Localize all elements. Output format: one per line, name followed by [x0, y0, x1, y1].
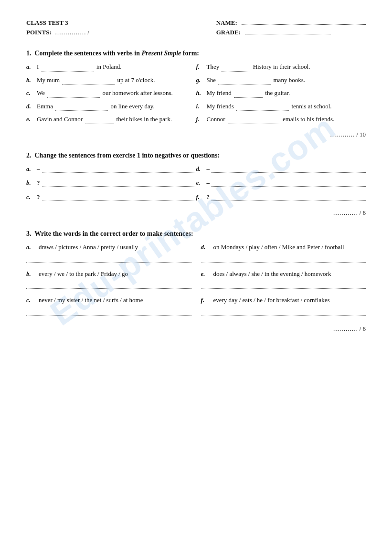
answer-field[interactable] [42, 71, 94, 72]
answer-field[interactable] [218, 84, 271, 84]
name-field[interactable] [242, 24, 366, 25]
list-item: h. My friend the guitar. [196, 88, 366, 98]
ex1-grid: a. I in Poland. b. My mum up at 7 o'cloc… [26, 62, 366, 128]
item-label: f. [196, 192, 207, 202]
list-item: a. draws / pictures / Anna / pretty / us… [26, 242, 191, 263]
answer-field[interactable] [47, 97, 100, 98]
item-label: b. [26, 269, 37, 279]
ex1-col-right: f. They History in their school. g. She … [196, 62, 366, 128]
prefix: ? [207, 192, 210, 202]
item-content: They History in their school. [207, 62, 366, 72]
class-test-label: CLASS TEST 3 [26, 19, 89, 27]
list-item: e. does / always / she / in the evening … [201, 269, 366, 289]
answer-field[interactable] [55, 110, 108, 111]
answer-field[interactable] [201, 280, 366, 289]
list-item: c. ? [26, 192, 196, 202]
item-label: c. [26, 192, 37, 202]
list-item: f. ? [196, 192, 366, 202]
answer-field[interactable] [42, 164, 196, 173]
list-item: f. They History in their school. [196, 62, 366, 72]
answer-field[interactable] [228, 124, 280, 124]
answer-field[interactable] [26, 280, 191, 289]
item-label: b. [26, 178, 37, 188]
ex1-title-end: form: [181, 50, 199, 57]
item-content: I in Poland. [37, 62, 196, 72]
answer-field[interactable] [26, 307, 191, 316]
ex1-title-num: 1. [26, 50, 33, 57]
answer-field[interactable] [212, 164, 366, 173]
prefix: – [207, 164, 210, 174]
ex3-title-num: 3. [26, 230, 33, 237]
exercise-3: 3. Write the words in the correct order … [26, 230, 366, 333]
answer-field[interactable] [62, 84, 115, 84]
prefix: – [37, 164, 40, 174]
exercise-1: 1. Complete the sentences with verbs in … [26, 50, 366, 138]
answer-field[interactable] [26, 254, 191, 263]
list-item: d. Emma on line every day. [26, 102, 196, 111]
grade-label: GRADE: [216, 29, 241, 36]
list-item: e. – [196, 178, 366, 188]
item-content: Gavin and Connor their bikes in the park… [37, 115, 196, 124]
ex2-score: ………… / 6 [26, 209, 366, 217]
list-item: f. every day / eats / he / for breakfast… [201, 295, 366, 316]
ex2-title-num: 2. [26, 152, 33, 159]
answer-field[interactable] [236, 110, 289, 111]
item-header: c. never / my sister / the net / surfs /… [26, 295, 191, 305]
item-label: d. [26, 102, 37, 111]
answer-field[interactable] [222, 71, 250, 72]
list-item: g. She many books. [196, 75, 366, 85]
ex2-col-left: a. – b. ? c. ? [26, 164, 196, 207]
item-label: b. [26, 75, 37, 85]
item-label: e. [201, 269, 212, 279]
item-content: She many books. [207, 75, 366, 85]
ex1-title-text: Complete the sentences with verbs in [35, 50, 142, 57]
name-label: NAME: [216, 19, 237, 26]
item-label: a. [26, 242, 37, 252]
answer-field[interactable] [212, 178, 366, 187]
item-label: d. [196, 164, 207, 174]
item-header: a. draws / pictures / Anna / pretty / us… [26, 242, 191, 252]
item-label: e. [26, 115, 37, 124]
list-item: b. My mum up at 7 o'clock. [26, 75, 196, 85]
item-content: Connor emails to his friends. [207, 115, 366, 124]
ex3-col-right: d. on Mondays / play / often / Mike and … [201, 242, 366, 322]
list-item: e. Gavin and Connor their bikes in the p… [26, 115, 196, 124]
exercise-2: 2. Change the sentences from exercise 1 … [26, 152, 366, 217]
item-text: never / my sister / the net / surfs / at… [39, 295, 191, 305]
item-label: g. [196, 75, 207, 85]
prefix: ? [37, 192, 40, 202]
item-content: My friends tennis at school. [207, 102, 366, 111]
item-content: My friend the guitar. [207, 88, 366, 98]
item-content: My mum up at 7 o'clock. [37, 75, 196, 85]
answer-field[interactable] [234, 97, 263, 98]
item-header: e. does / always / she / in the evening … [201, 269, 366, 279]
answer-field[interactable] [201, 254, 366, 263]
answer-field[interactable] [212, 192, 366, 201]
item-label: f. [196, 62, 207, 72]
answer-field[interactable] [201, 307, 366, 316]
answer-field[interactable] [42, 178, 196, 187]
points-value: …………… / [55, 29, 89, 36]
exercise-2-title: 2. Change the sentences from exercise 1 … [26, 152, 366, 159]
item-label: a. [26, 164, 37, 174]
grade-field[interactable] [245, 34, 331, 34]
item-content: Emma on line every day. [37, 102, 196, 111]
item-label: h. [196, 88, 207, 98]
ex1-title-italic: Present Smple [141, 50, 181, 57]
header-left: CLASS TEST 3 POINTS: …………… / [26, 19, 89, 36]
list-item: j. Connor emails to his friends. [196, 115, 366, 124]
ex2-col-right: d. – e. – f. ? [196, 164, 366, 207]
header-right: NAME: GRADE: [216, 19, 366, 36]
item-text: does / always / she / in the evening / h… [213, 269, 366, 279]
points-label: POINTS: …………… / [26, 29, 89, 36]
item-text: draws / pictures / Anna / pretty / usual… [39, 242, 191, 252]
answer-field[interactable] [85, 124, 114, 124]
answer-field[interactable] [42, 192, 196, 201]
item-label: e. [196, 178, 207, 188]
item-text: on Mondays / play / often / Mike and Pet… [213, 242, 366, 252]
item-label: c. [26, 295, 37, 305]
item-label: c. [26, 88, 37, 98]
item-header: f. every day / eats / he / for breakfast… [201, 295, 366, 305]
item-label: j. [196, 115, 207, 124]
list-item: c. We our homework after lessons. [26, 88, 196, 98]
